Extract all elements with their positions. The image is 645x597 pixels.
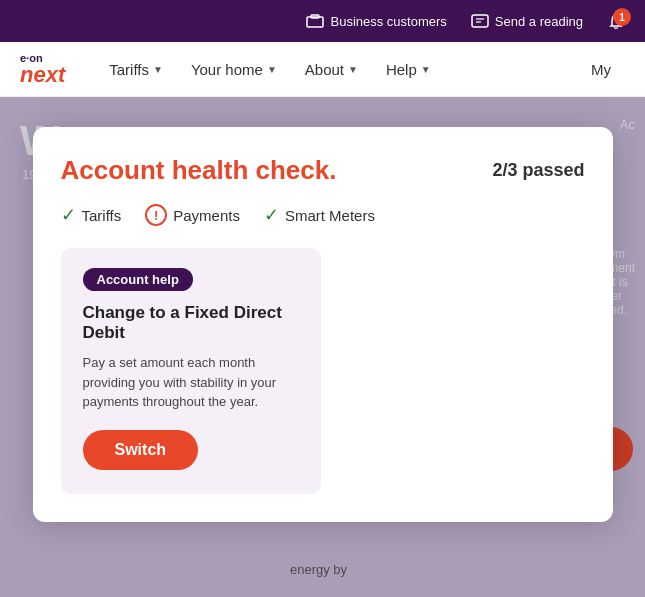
modal-title: Account health check.	[61, 155, 337, 186]
check-smart-meters-label: Smart Meters	[285, 207, 375, 224]
modal-score: 2/3 passed	[492, 160, 584, 181]
notification-bell[interactable]: 1	[607, 12, 625, 30]
nav-help[interactable]: Help ▼	[372, 42, 445, 97]
account-health-modal: Account health check. 2/3 passed ✓ Tarif…	[33, 127, 613, 522]
chevron-down-icon: ▼	[153, 64, 163, 75]
check-pass-icon: ✓	[61, 204, 76, 226]
check-payments-label: Payments	[173, 207, 240, 224]
chevron-down-icon: ▼	[267, 64, 277, 75]
nav-my-label: My	[591, 61, 611, 78]
nav-your-home[interactable]: Your home ▼	[177, 42, 291, 97]
check-payments: ! Payments	[145, 204, 240, 226]
nav-tariffs-label: Tariffs	[109, 61, 149, 78]
notification-badge: 1	[613, 8, 631, 26]
check-tariffs: ✓ Tariffs	[61, 204, 122, 226]
check-tariffs-label: Tariffs	[82, 207, 122, 224]
send-reading-label: Send a reading	[495, 14, 583, 29]
card-body: Pay a set amount each month providing yo…	[83, 353, 299, 412]
account-help-card: Account help Change to a Fixed Direct De…	[61, 248, 321, 494]
logo-next-text: next	[20, 64, 65, 86]
chevron-down-icon: ▼	[348, 64, 358, 75]
logo[interactable]: e·on next	[20, 53, 65, 86]
check-smart-meters: ✓ Smart Meters	[264, 204, 375, 226]
chevron-down-icon: ▼	[421, 64, 431, 75]
business-customers-link[interactable]: Business customers	[306, 12, 446, 30]
send-reading-link[interactable]: Send a reading	[471, 12, 583, 30]
meter-icon	[471, 12, 489, 30]
nav-my[interactable]: My	[577, 42, 625, 97]
business-customers-label: Business customers	[330, 14, 446, 29]
modal-checks: ✓ Tariffs ! Payments ✓ Smart Meters	[61, 204, 585, 226]
check-warning-icon: !	[145, 204, 167, 226]
nav-help-label: Help	[386, 61, 417, 78]
nav-about-label: About	[305, 61, 344, 78]
modal-overlay: Account health check. 2/3 passed ✓ Tarif…	[0, 97, 645, 597]
nav-your-home-label: Your home	[191, 61, 263, 78]
card-tag: Account help	[83, 268, 193, 291]
card-title: Change to a Fixed Direct Debit	[83, 303, 299, 343]
switch-button[interactable]: Switch	[83, 430, 199, 470]
business-icon	[306, 12, 324, 30]
svg-rect-2	[472, 15, 488, 27]
check-pass-icon: ✓	[264, 204, 279, 226]
nav-tariffs[interactable]: Tariffs ▼	[95, 42, 177, 97]
modal-header: Account health check. 2/3 passed	[61, 155, 585, 186]
nav-about[interactable]: About ▼	[291, 42, 372, 97]
nav-bar: e·on next Tariffs ▼ Your home ▼ About ▼ …	[0, 42, 645, 97]
top-bar: Business customers Send a reading 1	[0, 0, 645, 42]
